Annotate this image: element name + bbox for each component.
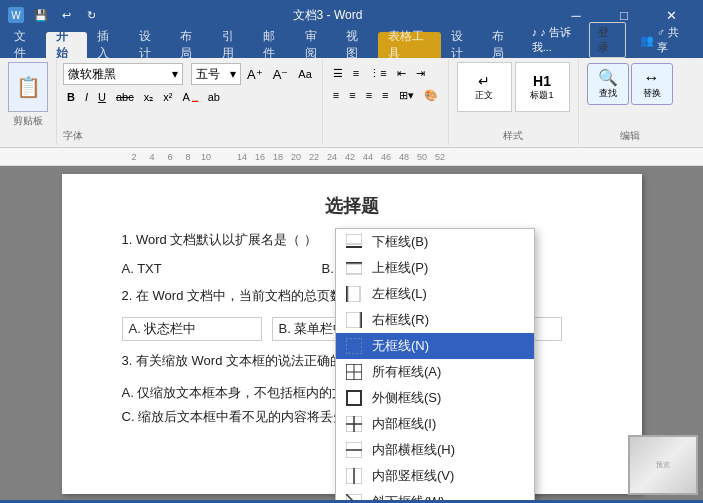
superscript-button[interactable]: x² — [159, 87, 176, 107]
ruler-numbers: 2 4 6 8 10 14 16 18 20 22 24 42 44 46 48… — [125, 152, 449, 162]
right-border-icon — [344, 310, 364, 330]
styles-group-label: 样式 — [503, 127, 523, 143]
svg-rect-0 — [346, 246, 362, 248]
find-button[interactable]: 🔍 查找 — [587, 63, 629, 105]
menu-inside-h-border[interactable]: 内部横框线(H) — [336, 437, 534, 463]
menu-inside-v-border[interactable]: 内部竖框线(V) — [336, 463, 534, 489]
multilevel-list-button[interactable]: ⋮≡ — [365, 63, 390, 83]
paste-button[interactable]: 📋 — [8, 62, 48, 112]
no-border-icon — [344, 336, 364, 356]
document-title: 选择题 — [122, 194, 582, 218]
font-group: 微软雅黑 ▾ 五号 ▾ A⁺ A⁻ Aa B I U abc x₂ x² A▁ … — [57, 60, 323, 145]
title-bar-left: W 💾 ↩ ↻ — [8, 4, 102, 26]
paragraph-group: ☰ ≡ ⋮≡ ⇤ ⇥ ≡ ≡ ≡ ≡ ⊞▾ 🎨 — [323, 60, 449, 145]
strikethrough-button[interactable]: abc — [112, 87, 138, 107]
justify-button[interactable]: ≡ — [378, 85, 392, 105]
q2-option-a: A. 状态栏中 — [122, 317, 262, 341]
undo-button[interactable]: ↩ — [55, 4, 77, 26]
all-borders-icon — [344, 362, 364, 382]
underline-button[interactable]: U — [94, 87, 110, 107]
align-left-button[interactable]: ≡ — [329, 85, 343, 105]
login-button[interactable]: 登录 — [589, 22, 626, 58]
style-h1[interactable]: H1 标题1 — [515, 62, 570, 112]
tab-design2[interactable]: 设计 — [441, 32, 483, 58]
decrease-indent-button[interactable]: ⇤ — [393, 63, 410, 83]
menu-right-border[interactable]: 右框线(R) — [336, 307, 534, 333]
font-group-label: 字体 — [63, 127, 83, 143]
highlight-button[interactable]: ab — [204, 87, 224, 107]
tab-review[interactable]: 审阅 — [295, 32, 337, 58]
tab-home[interactable]: 开始 — [46, 32, 88, 58]
svg-rect-1 — [346, 234, 362, 244]
share-button[interactable]: 👥 ♂ 共享 — [632, 23, 691, 57]
align-right-button[interactable]: ≡ — [362, 85, 376, 105]
ribbon-tabs: 文件 开始 插入 设计 布局 引用 邮件 审阅 视图 表格工具 设计 布局 ♪ … — [0, 30, 703, 58]
q1-option-a: A. TXT — [122, 261, 302, 276]
svg-rect-7 — [346, 312, 360, 328]
increase-indent-button[interactable]: ⇥ — [412, 63, 429, 83]
tab-references[interactable]: 引用 — [212, 32, 254, 58]
clear-format-button[interactable]: Aa — [294, 64, 315, 84]
redo-button[interactable]: ↻ — [80, 4, 102, 26]
clipboard-group: 📋 剪贴板 — [0, 60, 57, 145]
menu-diag-down-border[interactable]: 斜下框线(W) — [336, 489, 534, 500]
tab-layout2[interactable]: 布局 — [482, 32, 524, 58]
tab-design[interactable]: 设计 — [129, 32, 171, 58]
tab-layout[interactable]: 布局 — [170, 32, 212, 58]
para-row1: ☰ ≡ ⋮≡ ⇤ ⇥ — [329, 63, 429, 83]
inside-h-border-icon — [344, 440, 364, 460]
bullets-button[interactable]: ☰ — [329, 63, 347, 83]
thumbnail-preview: 预览 — [630, 437, 696, 493]
svg-rect-3 — [346, 264, 362, 274]
ribbon: 📋 剪贴板 微软雅黑 ▾ 五号 ▾ A⁺ A⁻ Aa B I U abc x₂ … — [0, 58, 703, 148]
menu-top-border[interactable]: 上框线(P) — [336, 255, 534, 281]
outside-border-icon — [344, 388, 364, 408]
menu-no-border[interactable]: 无框线(N) — [336, 333, 534, 359]
subscript-button[interactable]: x₂ — [140, 87, 158, 107]
para-row2: ≡ ≡ ≡ ≡ ⊞▾ 🎨 — [329, 85, 442, 105]
svg-rect-5 — [348, 286, 360, 302]
bottom-border-icon — [344, 232, 364, 252]
tab-view[interactable]: 视图 — [336, 32, 378, 58]
align-center-button[interactable]: ≡ — [345, 85, 359, 105]
bold-button[interactable]: B — [63, 87, 79, 107]
font-name-selector[interactable]: 微软雅黑 ▾ — [63, 63, 183, 85]
tab-file[interactable]: 文件 — [4, 32, 46, 58]
shading-button[interactable]: 🎨 — [420, 85, 442, 105]
font-color-button[interactable]: A▁ — [178, 87, 201, 107]
tell-me-input[interactable]: ♪ ♪ 告诉我... — [532, 25, 583, 55]
save-button[interactable]: 💾 — [30, 4, 52, 26]
editing-label: 编辑 — [620, 127, 640, 143]
numbering-button[interactable]: ≡ — [349, 63, 363, 83]
menu-bottom-border[interactable]: 下框线(B) — [336, 229, 534, 255]
menu-left-border[interactable]: 左框线(L) — [336, 281, 534, 307]
clipboard-label: 剪贴板 — [13, 114, 43, 128]
svg-rect-8 — [346, 338, 362, 354]
font-size-selector[interactable]: 五号 ▾ — [191, 63, 241, 85]
editing-group: 🔍 查找 ↔ 替换 编辑 — [579, 60, 681, 145]
top-border-icon — [344, 258, 364, 278]
quick-access-toolbar: 💾 ↩ ↻ — [30, 4, 102, 26]
diag-down-border-icon — [344, 492, 364, 500]
font-row1: 微软雅黑 ▾ 五号 ▾ A⁺ A⁻ Aa — [63, 63, 316, 85]
menu-inside-border[interactable]: 内部框线(I) — [336, 411, 534, 437]
font-shrink-button[interactable]: A⁻ — [269, 64, 293, 84]
font-grow-button[interactable]: A⁺ — [243, 64, 267, 84]
italic-button[interactable]: I — [81, 87, 92, 107]
tab-insert[interactable]: 插入 — [87, 32, 129, 58]
inside-border-icon — [344, 414, 364, 434]
style-normal[interactable]: ↵ 正文 — [457, 62, 512, 112]
edit-row: 🔍 查找 ↔ 替换 — [587, 63, 673, 105]
table-tools-label: 表格工具 — [378, 32, 441, 58]
style-tiles: ↵ 正文 H1 标题1 — [457, 62, 570, 112]
ruler: 2 4 6 8 10 14 16 18 20 22 24 42 44 46 48… — [0, 148, 703, 166]
page-thumbnail: 预览 — [628, 435, 698, 495]
border-button[interactable]: ⊞▾ — [395, 85, 418, 105]
menu-all-borders[interactable]: 所有框线(A) — [336, 359, 534, 385]
menu-outside-border[interactable]: 外侧框线(S) — [336, 385, 534, 411]
styles-group: ↵ 正文 H1 标题1 样式 — [449, 60, 579, 145]
replace-button[interactable]: ↔ 替换 — [631, 63, 673, 105]
window-title: 文档3 - Word — [293, 7, 363, 24]
tab-mailings[interactable]: 邮件 — [253, 32, 295, 58]
svg-line-21 — [346, 494, 362, 500]
